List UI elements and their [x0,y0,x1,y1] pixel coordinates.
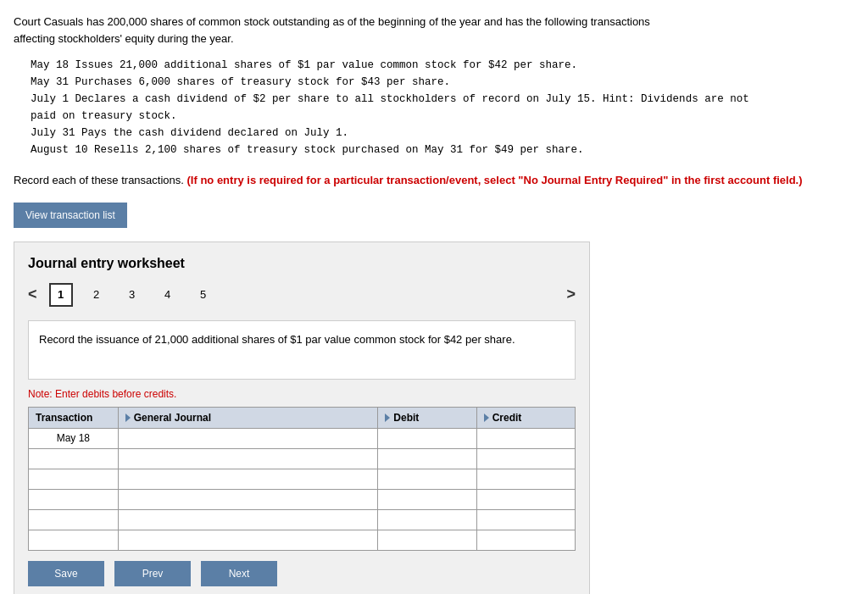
debit-input-3[interactable] [378,469,476,489]
debit-cell-4[interactable] [378,489,476,509]
debit-cell-1[interactable] [378,428,476,448]
journal-table: Transaction General Journal Debit [28,407,576,551]
table-row [29,448,576,469]
table-row: May 18 [29,428,576,448]
transaction-list: May 18 Issues 21,000 additional shares o… [31,57,854,158]
journal-input-6[interactable] [119,530,378,550]
journal-input-1[interactable] [119,429,378,448]
tab-2[interactable]: 2 [85,283,108,307]
debit-input-2[interactable] [378,449,476,469]
worksheet-title: Journal entry worksheet [28,256,576,271]
credit-cell-1[interactable] [476,428,575,448]
credit-input-3[interactable] [477,469,575,489]
credit-cell-6[interactable] [476,530,575,550]
credit-input-1[interactable] [477,429,575,448]
save-button[interactable]: Save [28,561,104,586]
debit-cell-5[interactable] [378,509,476,530]
debit-input-4[interactable] [378,490,476,509]
transaction-date-6 [29,530,119,550]
table-row [29,489,576,509]
view-transaction-button[interactable]: View transaction list [14,203,127,228]
tab-3[interactable]: 3 [120,283,144,307]
tab-navigation: < 1 2 3 4 5 > [28,283,576,307]
journal-cell-2[interactable] [118,448,378,469]
transaction-date-5 [29,509,119,530]
debit-cell-6[interactable] [378,530,476,550]
description-box: Record the issuance of 21,000 additional… [28,320,576,380]
journal-cell-3[interactable] [118,469,378,489]
transaction-item-1: May 18 Issues 21,000 additional shares o… [31,57,854,74]
journal-input-5[interactable] [119,510,378,530]
prev-arrow[interactable]: < [28,286,37,303]
credit-cell-4[interactable] [476,489,575,509]
transaction-item-3: July 1 Declares a cash dividend of $2 pe… [31,91,854,108]
journal-cell-5[interactable] [118,509,378,530]
tab-1[interactable]: 1 [49,283,73,307]
debit-triangle-icon [385,414,390,422]
table-row [29,530,576,550]
transaction-date-4 [29,489,119,509]
transaction-date-3 [29,469,119,489]
prev-button[interactable]: Prev [114,561,191,586]
journal-cell-1[interactable] [118,428,378,448]
col-debit: Debit [378,407,476,428]
credit-input-4[interactable] [477,490,575,509]
table-row [29,509,576,530]
worksheet-container: Journal entry worksheet < 1 2 3 4 5 > Re… [14,241,590,595]
credit-input-2[interactable] [477,449,575,469]
tab-4[interactable]: 4 [156,283,180,307]
credit-cell-2[interactable] [476,448,575,469]
debit-input-6[interactable] [378,530,476,550]
journal-input-4[interactable] [119,490,378,509]
tab-5[interactable]: 5 [192,283,215,307]
credit-cell-3[interactable] [476,469,575,489]
col-general-journal: General Journal [118,407,378,428]
next-arrow[interactable]: > [566,286,576,303]
transaction-date-2 [29,448,119,469]
credit-cell-5[interactable] [476,509,575,530]
transaction-item-3b: paid on treasury stock. [31,108,854,125]
instruction-prefix: Record each of these transactions. [14,174,187,186]
credit-triangle-icon [484,414,489,422]
bottom-buttons: Save Prev Next [28,561,576,586]
journal-cell-4[interactable] [118,489,378,509]
intro-paragraph: Court Casuals has 200,000 shares of comm… [14,14,854,47]
credit-input-5[interactable] [477,510,575,530]
next-button[interactable]: Next [201,561,277,586]
journal-input-2[interactable] [119,449,378,469]
instruction-bold: (If no entry is required for a particula… [187,174,803,186]
note-text: Note: Enter debits before credits. [28,388,576,400]
intro-line1: Court Casuals has 200,000 shares of comm… [14,15,650,28]
intro-line2: affecting stockholders' equity during th… [14,32,234,45]
col-credit: Credit [476,407,575,428]
debit-cell-2[interactable] [378,448,476,469]
journal-input-3[interactable] [119,469,378,489]
transaction-item-5: August 10 Resells 2,100 shares of treasu… [31,142,854,158]
transaction-item-2: May 31 Purchases 6,000 shares of treasur… [31,74,854,91]
col-transaction: Transaction [29,407,119,428]
transaction-date-1: May 18 [29,428,119,448]
credit-input-6[interactable] [477,530,575,550]
table-row [29,469,576,489]
transaction-item-4: July 31 Pays the cash dividend declared … [31,125,854,142]
debit-input-5[interactable] [378,510,476,530]
instruction-text: Record each of these transactions. (If n… [14,172,854,189]
journal-cell-6[interactable] [118,530,378,550]
gj-triangle-icon [125,414,131,422]
debit-cell-3[interactable] [378,469,476,489]
debit-input-1[interactable] [378,429,476,448]
